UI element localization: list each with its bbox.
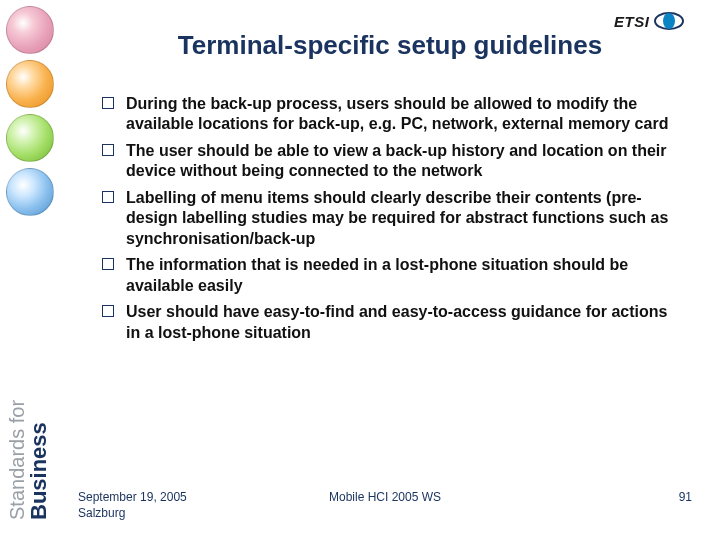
etsi-logo-icon: [653, 11, 685, 31]
sidebar-caption-bold: Business: [26, 422, 51, 520]
list-item: During the back-up process, users should…: [100, 94, 670, 141]
footer-date-line2: Salzburg: [78, 506, 125, 520]
bullet-list: During the back-up process, users should…: [100, 94, 670, 349]
footer-center: Mobile HCI 2005 WS: [78, 490, 692, 504]
globe-icon: [6, 6, 54, 54]
svg-point-1: [663, 13, 675, 29]
globe-icon: [6, 60, 54, 108]
globe-icon: [6, 114, 54, 162]
sidebar-caption: Standards for Business: [6, 248, 54, 528]
footer-page-number: 91: [679, 490, 692, 504]
etsi-logo-text: ETSI: [614, 13, 649, 30]
list-item: The user should be able to view a back-u…: [100, 141, 670, 188]
page-title: Terminal-specific setup guidelines: [100, 30, 680, 61]
list-item: Labelling of menu items should clearly d…: [100, 188, 670, 255]
sidebar: Standards for Business: [0, 0, 62, 540]
list-item: User should have easy-to-find and easy-t…: [100, 302, 670, 349]
globe-icon: [6, 168, 54, 216]
list-item: The information that is needed in a lost…: [100, 255, 670, 302]
sidebar-caption-grey: Standards for: [6, 400, 28, 520]
content: During the back-up process, users should…: [100, 94, 670, 470]
footer: September 19, 2005 Salzburg Mobile HCI 2…: [78, 490, 692, 530]
